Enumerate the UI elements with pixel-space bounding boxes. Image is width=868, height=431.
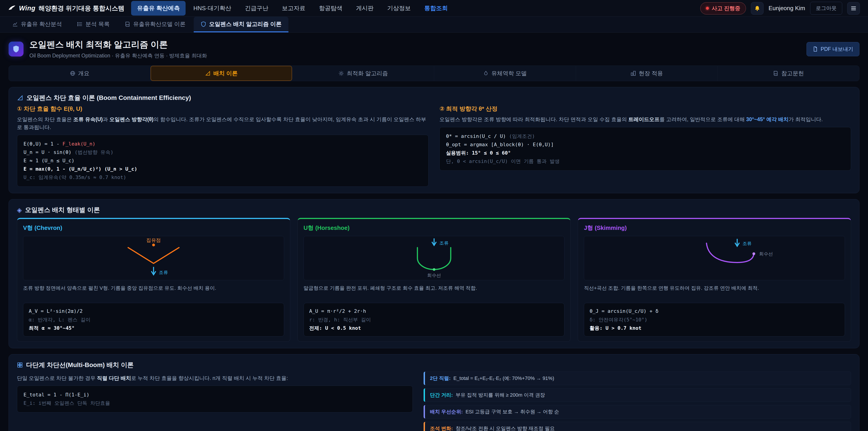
logout-button[interactable]: 로그아웃	[810, 2, 842, 15]
section-tab-references[interactable]: 참고문헌	[718, 66, 859, 81]
note-text: ESI 고등급 구역 보호 → 취수원 → 어항 순	[465, 408, 559, 415]
tab-boom-algorithm-theory[interactable]: 오일펜스 배치 알고리즘 이론	[194, 17, 288, 32]
pdf-export-button[interactable]: PDF 내보내기	[807, 42, 860, 56]
triangle-ruler-icon	[205, 70, 211, 76]
diamond-icon: ◈	[17, 206, 22, 214]
wing-logo-icon	[8, 4, 16, 12]
formula-line: θ_J = arcsin(U_c/U) + δ	[590, 307, 839, 315]
primary-nav: 유출유 확산예측 HNS·대기확산 긴급구난 보고자료 항공탐색 게시판 기상정…	[131, 1, 454, 16]
boom-type-card-u: U형 (Horseshoe) 조류 회수선 말굽형으로 기름을 완전 포위. 폐…	[298, 218, 571, 341]
multiboom-card: 다단계 차단선(Multi-Boom) 배치 이론 단일 오일펜스로 차단 불가…	[8, 354, 860, 431]
body-text: 단일 오일펜스로 차단 불가한 경우 직렬 다단 배치로 누적 차단 효율을 향…	[17, 374, 413, 382]
containment-columns: ① 차단 효율 함수 E(θ, U) 오일펜스의 차단 효율은 조류 유속(U)…	[17, 105, 851, 187]
note-row: 2단 직렬: E_total = E₁+E₂-E₁·E₂ (예: 70%+70%…	[424, 372, 851, 385]
section-tab-field-application[interactable]: 현장 적용	[576, 66, 718, 81]
nav-item-hns-dispersion[interactable]: HNS·대기확산	[187, 1, 237, 16]
book-icon	[125, 21, 130, 27]
body-text: 오일펜스의 차단 효율은 조류 유속(U)과 오일펜스 방향각(θ)의 함수입니…	[17, 116, 429, 131]
tab-label: 유출유 확산분석	[21, 20, 62, 28]
brand-title: 해양환경 위기대응 통합시스템	[39, 4, 125, 13]
nav-item-emergency-rescue[interactable]: 긴급구난	[239, 1, 274, 16]
note-label: 2단 직렬:	[430, 375, 451, 382]
section-tab-optimization-algorithm[interactable]: 최적화 알고리즘	[292, 66, 434, 81]
formula-block: θ_J = arcsin(U_c/U) + δ δ: 안전여유각(5°~10°)…	[584, 303, 845, 336]
boom-type-card-j: J형 (Skimming) 조류 회수선 직선+곡선 조합. 기름을 한쪽으로 …	[578, 218, 851, 341]
formula-block: E(θ,U) = 1 - F_leak(U_n) U_n = U · sin(θ…	[17, 135, 429, 187]
diagram-label-collection-point: 집유점	[146, 238, 161, 243]
formula-line: α: 반개각, L: 펜스 길이	[29, 316, 278, 324]
nav-item-integrated-search[interactable]: 통합조회	[418, 1, 454, 16]
note-text: E_total = E₁+E₂-E₁·E₂ (예: 70%+70% → 91%)	[454, 375, 554, 382]
boom-shield-badge	[8, 41, 24, 57]
user-name: Eunjeong Kim	[769, 5, 805, 12]
diagram-label-current: 조류	[439, 241, 448, 245]
notifications-button[interactable]	[751, 2, 764, 15]
page-subtitle: Oil Boom Deployment Optimization · 유출유 확…	[29, 52, 207, 59]
document-icon	[813, 46, 818, 52]
boom-type-desc: 조류 방향 정면에서 양측으로 펼친 V형. 기름을 중앙 집유점으로 유도. …	[23, 284, 284, 300]
list-icon	[77, 21, 83, 27]
section-tab-deployment-theory[interactable]: 배치 이론	[151, 66, 292, 81]
formula-line: A_U = π·r²/2 + 2r·h	[309, 307, 559, 315]
brand-logo-word: Wing	[19, 4, 35, 12]
nav-item-reports[interactable]: 보고자료	[276, 1, 311, 16]
section-tab-label: 배치 이론	[213, 70, 238, 77]
formula-line: 전제: U < 0.5 knot	[309, 324, 559, 332]
recovery-point-dot	[752, 252, 755, 255]
alert-dot-icon	[706, 7, 709, 10]
formula-line: A_V = L²·sin(2α)/2	[29, 307, 278, 315]
note-label: 조석 변화:	[430, 425, 453, 431]
page-title: 오일펜스 배치 최적화 알고리즘 이론	[29, 39, 207, 51]
nav-item-aerial-search[interactable]: 항공탐색	[313, 1, 348, 16]
containment-efficiency-card: 오일펜스 차단 효율 이론 (Boom Containment Efficien…	[8, 87, 860, 193]
formula-line: E ≈ 1 (U_n ≤ U_c)	[24, 157, 422, 164]
nav-item-oil-spill-prediction[interactable]: 유출유 확산예측	[131, 1, 186, 16]
note-row: 단간 거리: 부유 집적 방지를 위해 ≥ 200m 이격 권장	[424, 388, 851, 402]
hamburger-icon	[850, 5, 857, 11]
diagram-label-current: 조류	[159, 270, 168, 275]
shield-icon	[200, 21, 206, 27]
body-text: 오일펜스 방향각은 조류 방향에 따라 최적화됩니다. 차단 면적과 오일 수집…	[439, 116, 851, 123]
nav-item-board[interactable]: 게시판	[350, 1, 379, 16]
boom-type-name: J형 (Skimming)	[584, 224, 845, 232]
formula-block: θ* = arcsin(U_c / U)(임계조건) θ_opt = argma…	[439, 127, 851, 171]
boom-layouts-title: ◈ 오일펜스 배치 형태별 이론	[17, 206, 851, 214]
gear-icon	[338, 70, 344, 76]
tab-spill-model-theory[interactable]: 유출유확산모델 이론	[118, 17, 192, 32]
tab-analysis-list[interactable]: 분석 목록	[70, 17, 116, 32]
collection-point-dot	[152, 244, 155, 246]
tab-spill-analysis[interactable]: 유출유 확산분석	[5, 17, 69, 32]
nav-item-weather[interactable]: 기상정보	[381, 1, 416, 16]
top-navbar: Wing 해양환경 위기대응 통합시스템 유출유 확산예측 HNS·대기확산 긴…	[0, 0, 868, 17]
boom-layouts-title-text: 오일펜스 배치 형태별 이론	[25, 206, 100, 214]
multiboom-title-text: 다단계 차단선(Multi-Boom) 배치 이론	[26, 361, 133, 369]
formula-block: A_V = L²·sin(2α)/2 α: 반개각, L: 펜스 길이 최적 α…	[23, 303, 284, 336]
note-row: 배치 우선순위: ESI 고등급 구역 보호 → 취수원 → 어항 순	[424, 405, 851, 419]
boom-type-grid: V형 (Chevron) 집유점 조류 조류 방향 정면에서 양측으로 펼친 V…	[17, 218, 851, 341]
multiboom-grid: 단일 오일펜스로 차단 불가한 경우 직렬 다단 배치로 누적 차단 효율을 향…	[17, 372, 851, 431]
boom-layouts-card: ◈ 오일펜스 배치 형태별 이론 V형 (Chevron) 집유점 조류 조류 …	[8, 199, 860, 348]
formula-line: r: 반경, h: 직선부 길이	[309, 316, 559, 324]
formula-line: θ_opt = argmax [A_block(θ) · E(θ,U)]	[446, 141, 844, 149]
formula-block: E_total = 1 - Π(1-E_i) E_i: i번째 오일펜스 단독 …	[17, 386, 413, 412]
j-boom-line	[707, 243, 754, 263]
incident-status-label: 사고 진행중	[712, 5, 740, 12]
note-label: 단간 거리:	[430, 392, 453, 398]
section-tabs: 개요 배치 이론 최적화 알고리즘 유체역학 모델 현장 적용 참고문헌	[8, 65, 860, 81]
note-text: 부유 집적 방지를 위해 ≥ 200m 이격 권장	[456, 392, 545, 398]
boom-type-desc: 직선+곡선 조합. 기름을 한쪽으로 연행 유도하여 집유. 강조류 연안 배치…	[584, 284, 845, 300]
triangle-ruler-icon	[17, 95, 23, 101]
boom-type-name: U형 (Horseshoe)	[304, 224, 565, 232]
formula-line: 단, θ < arcsin(U_c/U) 이면 기름 통과 발생	[446, 157, 844, 165]
page-header-text: 오일펜스 배치 최적화 알고리즘 이론 Oil Boom Deployment …	[29, 39, 207, 59]
incident-status-badge[interactable]: 사고 진행중	[700, 2, 746, 14]
menu-button[interactable]	[847, 2, 860, 15]
tab-label: 분석 목록	[86, 20, 110, 28]
section-tab-hydrodynamics-model[interactable]: 유체역학 모델	[434, 66, 576, 81]
formula-line: 실용범위: 15° ≤ θ ≤ 60°	[446, 149, 844, 157]
brand[interactable]: Wing 해양환경 위기대응 통합시스템	[8, 4, 124, 13]
tab-label: 유출유확산모델 이론	[133, 20, 186, 28]
section-tab-overview[interactable]: 개요	[9, 66, 151, 81]
note-label: 배치 우선순위:	[430, 408, 463, 415]
v-boom-line	[128, 248, 179, 264]
